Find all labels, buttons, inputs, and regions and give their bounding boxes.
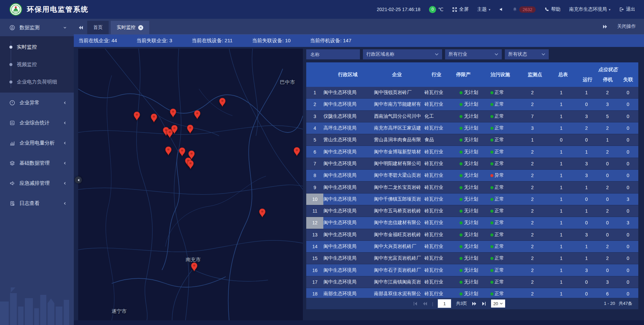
table-row[interactable]: 5营山生态环境局营山县润丰肉食品有限食品无计划正常10010: [306, 134, 638, 146]
row-facility-status: 正常: [487, 291, 518, 297]
header-datetime: 2021-02-25 17:46:18: [377, 7, 420, 12]
theme-dropdown[interactable]: 主题 ▾: [477, 6, 490, 12]
table-row[interactable]: 7阆中生态环境局阆中明阳建材有限公司砖瓦行业无计划正常21300: [306, 158, 638, 170]
pager-divider: |: [432, 301, 433, 306]
first-page-button[interactable]: [413, 302, 418, 306]
col-header-meters: 总表: [549, 62, 577, 87]
page-number-input[interactable]: [438, 299, 451, 308]
chevron-down-icon: [541, 53, 545, 56]
map-pin-icon[interactable]: [133, 111, 141, 121]
table-row[interactable]: 11阆中生态环境局阆中市五马桥页岩机砖砖瓦行业无计划正常21120: [306, 205, 638, 217]
region-filter-select[interactable]: 行政区域名称: [363, 49, 442, 59]
table-row[interactable]: 18南部生态环境局南部县双佳水泥有限公砖瓦行业无计划正常21060: [306, 288, 638, 298]
map-pin-icon[interactable]: [259, 208, 266, 218]
sidebar-item-power-analysis[interactable]: 企业用电量分析: [0, 133, 74, 153]
tab-home[interactable]: 首页: [87, 21, 109, 34]
map-pin-icon[interactable]: [165, 146, 172, 156]
map-collapse-button[interactable]: [75, 176, 82, 183]
table-row[interactable]: 8阆中生态环境局阆中市枣碧大梁山页岩砖瓦行业无计划异常21300: [306, 170, 638, 181]
stat-value: 10: [285, 38, 291, 43]
row-production-status: 无计划: [455, 90, 487, 96]
table-row[interactable]: 4高坪生态环境局南充市高坪区王家店建砖瓦行业无计划正常31220: [306, 122, 638, 134]
sidebar-subitem-视频监控[interactable]: 视频监控: [0, 56, 74, 73]
row-production-status: 无计划: [455, 196, 487, 202]
tab-home-label: 首页: [93, 24, 103, 31]
fullscreen-button[interactable]: 全屏: [452, 6, 469, 12]
next-page-button[interactable]: [472, 302, 477, 306]
name-filter-field[interactable]: [306, 49, 360, 59]
map-pin-icon[interactable]: [187, 160, 194, 169]
row-region: 南部生态环境局: [323, 291, 374, 297]
map-pin-icon[interactable]: [179, 147, 186, 157]
row-index: 15: [306, 253, 323, 264]
row-production-status: 无计划: [455, 243, 487, 250]
table-row[interactable]: 12阆中生态环境局阆中市忠信建材有限公砖瓦行业无计划正常21003: [306, 217, 638, 229]
organization-dropdown[interactable]: 南充市生态环境局 ▾: [569, 6, 610, 12]
row-stopped: 2: [597, 244, 618, 249]
row-stopped: 3: [597, 102, 618, 107]
table-row[interactable]: 13阆中生态环境局阆中市金福旺页岩机砖砖瓦行业无计划正常21300: [306, 229, 638, 241]
map-pin-icon[interactable]: [151, 113, 158, 123]
sidebar-item-label: 企业综合统计: [19, 120, 50, 126]
temperature-indicator: 0 ℃: [429, 6, 443, 13]
sidebar-item-base-data[interactable]: 基础数据管理: [0, 153, 74, 173]
speaker-icon: [499, 7, 504, 12]
table-row[interactable]: 3仪陇生态环境局西南油气田分公司川中化工无计划正常71350: [306, 111, 638, 122]
table-row[interactable]: 1阆中生态环境局阆中强锐页岩砖厂砖瓦行业无计划正常21120: [306, 87, 638, 99]
sidebar-subitem-企业电力负荷明细[interactable]: 企业电力负荷明细: [0, 73, 74, 91]
notification-indicator[interactable]: 2632: [513, 6, 536, 13]
col-header-facility: 治污设施: [487, 62, 521, 87]
help-label: 帮助: [551, 6, 560, 12]
sidebar-item-company-stats[interactable]: 企业综合统计: [0, 113, 74, 133]
chevron-down-icon: [435, 53, 439, 56]
status-dot-icon: [490, 174, 493, 177]
sidebar-item-log-view[interactable]: 日志查看: [0, 193, 74, 213]
industry-filter-select[interactable]: 所有行业: [445, 49, 502, 59]
tab-close-icon[interactable]: ✕: [138, 25, 143, 30]
help-button[interactable]: 帮助: [544, 6, 560, 12]
sidebar-item-label: 基础数据管理: [19, 160, 50, 166]
name-filter-input[interactable]: [310, 51, 357, 57]
table-row[interactable]: 6阆中生态环境局阆中市金博瑞新型墙材砖瓦行业无计划正常21120: [306, 146, 638, 158]
last-page-button[interactable]: [482, 302, 486, 306]
sidebar-item-company-abnormal[interactable]: 企业异常: [0, 93, 74, 113]
row-facility-status: 正常: [487, 101, 518, 107]
map-pin-icon[interactable]: [293, 147, 301, 156]
map-pin-icon[interactable]: [171, 125, 178, 134]
sidebar-subitem-实时监控[interactable]: 实时监控: [0, 38, 74, 56]
table-row[interactable]: 9阆中生态环境局阆中市二龙长宝页岩砖砖瓦行业无计划正常21120: [306, 181, 638, 193]
page-size-select[interactable]: 20: [491, 300, 505, 308]
col-header-offline: 失联: [618, 76, 638, 83]
table-row[interactable]: 15阆中生态环境局阆中市光富页岩机砖厂砖瓦行业无计划正常21120: [306, 253, 638, 264]
row-meters: 1: [547, 268, 576, 273]
tabs-scroll-left-button[interactable]: [74, 21, 87, 34]
map-pin-icon[interactable]: [187, 124, 194, 134]
status-dot-icon: [490, 139, 493, 142]
prev-page-button[interactable]: [422, 302, 427, 306]
tab-realtime-monitor[interactable]: 实时监控 ✕: [111, 21, 149, 34]
table-row[interactable]: 10阆中生态环境局阆中千佛镇五郎垭页岩砖瓦行业无计划正常21003: [306, 194, 638, 205]
map-pin-icon[interactable]: [219, 98, 226, 107]
table-row[interactable]: 14阆中生态环境局阆中大兴页岩机砖厂砖瓦行业无计划正常21120: [306, 241, 638, 253]
map-pin-icon[interactable]: [170, 108, 177, 118]
table-row[interactable]: 17阆中生态环境局阆中市江南镇阆南页岩砖瓦行业无计划正常21030: [306, 276, 638, 288]
map-pin-icon[interactable]: [191, 262, 198, 272]
mute-button[interactable]: [499, 7, 504, 12]
row-industry: 砖瓦行业: [424, 232, 455, 238]
map-panel[interactable]: 巴中市南充市遂宁市: [78, 49, 303, 320]
sidebar-item-emergency-reduction[interactable]: 应急减排管理: [0, 173, 74, 193]
table-row[interactable]: 16阆中生态环境局阆中市石子页岩机砖厂砖瓦行业无计划正常21300: [306, 264, 638, 276]
row-production-status: 无计划: [455, 208, 487, 214]
row-region: 阆中生态环境局: [323, 184, 374, 191]
logout-button[interactable]: 退出: [619, 6, 635, 12]
status-filter-select[interactable]: 所有状态: [505, 49, 549, 59]
status-dot-icon: [460, 257, 463, 260]
map-pin-icon[interactable]: [194, 110, 201, 119]
sidebar-item-data-monitor[interactable]: 数据监测: [0, 19, 74, 36]
status-dot-icon: [460, 292, 463, 295]
close-operations-menu[interactable]: 关闭操作: [617, 23, 636, 30]
table-row[interactable]: 2阆中生态环境局阆中市南方节能建材有砖瓦行业无计划正常21030: [306, 99, 638, 110]
tabs-scroll-right-button[interactable]: [603, 24, 608, 29]
row-facility-status: 正常: [487, 125, 518, 131]
row-running: 0: [576, 220, 597, 225]
